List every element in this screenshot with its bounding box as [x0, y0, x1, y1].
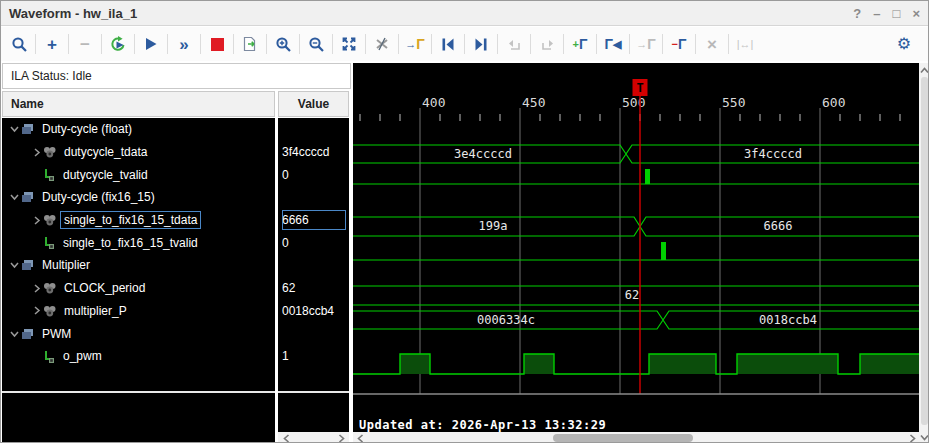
previous-transition-button[interactable] [436, 32, 460, 56]
stop-button[interactable] [205, 32, 229, 56]
toolbar-separator [134, 34, 135, 54]
vscroll-thumb[interactable] [921, 77, 928, 425]
value-cell [278, 118, 349, 141]
scroll-right-icon[interactable] [336, 433, 346, 443]
add-marker-button[interactable]: +Γ [568, 32, 592, 56]
toolbar-separator [563, 34, 564, 54]
chevron-right-icon[interactable] [33, 284, 41, 293]
tree-row-bus-selected[interactable]: single_to_fix16_15_tdata [2, 209, 275, 232]
ila-status-bar: ILA Status: Idle [2, 63, 351, 89]
tree-row-scalar[interactable]: o_pwm [2, 345, 275, 368]
run-button[interactable] [139, 32, 163, 56]
toolbar-separator [167, 34, 168, 54]
scroll-up-icon[interactable] [919, 65, 929, 75]
minimize-icon[interactable]: – [873, 7, 880, 20]
toolbar-separator [695, 34, 696, 54]
value-hscrollbar[interactable] [278, 432, 349, 443]
scroll-down-icon[interactable] [919, 432, 929, 442]
value-text: 3f4ccccd [282, 145, 329, 159]
column-header-value[interactable]: Value [278, 91, 349, 117]
zoom-in-button[interactable] [271, 32, 295, 56]
bus-icon [43, 282, 56, 294]
help-icon[interactable]: ? [853, 7, 861, 20]
waveform-hscrollbar[interactable] [353, 432, 919, 443]
signal-label[interactable]: Duty-cycle (float) [39, 121, 135, 137]
axis-tick-label: 500 [622, 95, 645, 110]
toolbar-separator [200, 34, 201, 54]
toolbar-separator [332, 34, 333, 54]
capture-off-icon [374, 36, 390, 52]
chevron-down-icon[interactable] [10, 193, 19, 201]
zoom-in-icon [275, 36, 292, 53]
search-button[interactable] [7, 32, 31, 56]
signal-label[interactable]: Multiplier [39, 257, 93, 273]
scroll-right-icon[interactable] [907, 433, 917, 443]
export-button[interactable] [238, 32, 262, 56]
signal-label[interactable]: multiplier_P [61, 303, 130, 319]
capture-off-button[interactable] [370, 32, 394, 56]
scroll-left-icon[interactable] [281, 433, 291, 443]
chevron-right-icon[interactable] [33, 306, 41, 315]
zoom-fit-icon [341, 36, 357, 52]
tree-row-group[interactable]: Multiplier [2, 254, 275, 277]
toolbar-separator [233, 34, 234, 54]
add-probe-button[interactable]: + [40, 32, 64, 56]
scroll-left-icon[interactable] [355, 433, 365, 443]
trigger-bracket-icon: Γ [416, 37, 424, 51]
minus-icon: − [80, 36, 90, 53]
signal-label[interactable]: dutycycle_tdata [61, 144, 150, 160]
swap-before-button [502, 32, 526, 56]
group-icon [21, 191, 34, 203]
toolbar-separator [35, 34, 36, 54]
signal-label[interactable]: CLOCK_period [61, 280, 148, 296]
move-marker-button: →Γ [634, 32, 658, 56]
waveform-vscrollbar[interactable] [919, 63, 929, 443]
go-to-trigger-button[interactable]: →Γ [403, 32, 427, 56]
zoom-out-button[interactable] [304, 32, 328, 56]
signal-label[interactable]: dutycycle_tvalid [60, 167, 151, 183]
chevron-down-icon[interactable] [10, 330, 19, 338]
maximize-icon[interactable]: □ [893, 7, 901, 20]
signal-label[interactable]: PWM [39, 326, 74, 342]
value-text: 62 [282, 281, 295, 295]
signal-label-selected[interactable]: single_to_fix16_15_tdata [61, 212, 200, 228]
tree-row-group[interactable]: Duty-cycle (fix16_15) [2, 186, 275, 209]
toolbar: + − » [1, 27, 928, 61]
arrow-right-icon: → [636, 39, 647, 50]
axis-tick-label: 550 [722, 95, 745, 110]
tree-row-scalar[interactable]: dutycycle_tvalid [2, 163, 275, 186]
run-trigger-button[interactable] [106, 32, 130, 56]
remove-probe-button: − [73, 32, 97, 56]
waveform-panel[interactable]: 400 450 500 550 600 3e4ccccd 3f4ccccd 19… [353, 63, 919, 432]
tree-row-group[interactable]: Duty-cycle (float) [2, 118, 275, 141]
close-icon[interactable]: × [912, 7, 920, 20]
bus-value-label: 199a [479, 219, 508, 233]
tree-row-bus[interactable]: CLOCK_period [2, 277, 275, 300]
go-to-marker-button[interactable]: Γ◀ [601, 32, 625, 56]
chevron-right-icon[interactable] [33, 216, 41, 225]
tree-row-bus[interactable]: dutycycle_tdata [2, 141, 275, 164]
hscroll-thumb[interactable] [553, 434, 693, 442]
tree-row-scalar[interactable]: single_to_fix16_15_tvalid [2, 231, 275, 254]
chevron-right-icon[interactable] [33, 148, 41, 157]
next-transition-button[interactable] [469, 32, 493, 56]
chevron-down-icon[interactable] [10, 125, 19, 133]
zoom-fit-button[interactable] [337, 32, 361, 56]
run-all-button[interactable]: » [172, 32, 196, 56]
column-header-name[interactable]: Name [2, 91, 275, 117]
trigger-cursor[interactable]: T [633, 79, 648, 394]
bus-value-label: 3f4ccccd [744, 147, 802, 161]
signal-label[interactable]: Duty-cycle (fix16_15) [39, 189, 158, 205]
stop-icon [211, 38, 224, 51]
tree-row-bus[interactable]: multiplier_P [2, 300, 275, 323]
swap-after-icon [540, 38, 555, 51]
signal-label[interactable]: o_pwm [60, 348, 105, 364]
remove-marker-button[interactable]: −Γ [667, 32, 691, 56]
axis-tick-label: 600 [822, 95, 845, 110]
settings-button[interactable]: ⚙ [892, 32, 916, 56]
tree-row-group[interactable]: PWM [2, 322, 275, 345]
axis-minor-ticks [360, 114, 900, 121]
chevron-down-icon[interactable] [10, 261, 19, 269]
signal-label[interactable]: single_to_fix16_15_tvalid [60, 235, 201, 251]
group-icon [21, 123, 34, 135]
